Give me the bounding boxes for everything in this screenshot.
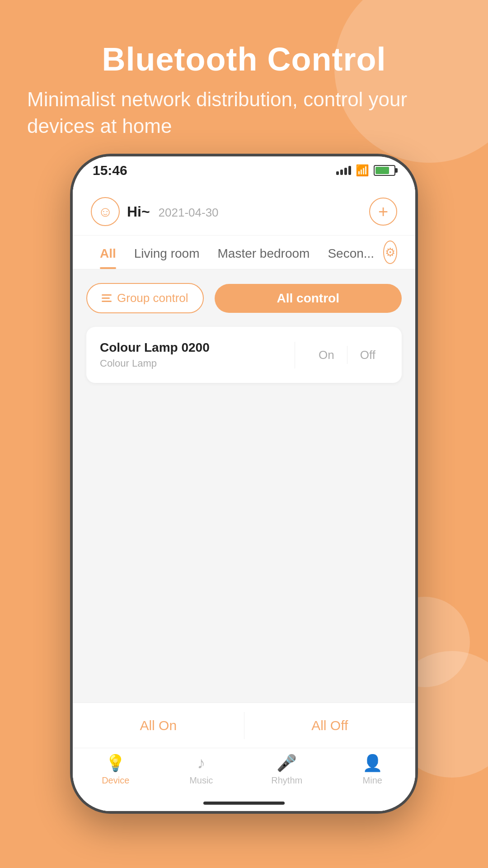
add-device-button[interactable]: +: [369, 198, 397, 226]
content-spacer: [73, 387, 415, 703]
rhythm-nav-label: Rhythm: [271, 775, 302, 786]
avatar[interactable]: ☺: [91, 197, 120, 226]
bottom-controls: All On All Off: [73, 703, 415, 748]
page-subtitle: Minimalist network distribution, control…: [27, 86, 461, 140]
avatar-area: ☺ Hi~ 2021-04-30: [91, 197, 219, 226]
nav-item-music[interactable]: ♪ Music: [159, 754, 244, 786]
app-header: ☺ Hi~ 2021-04-30 +: [73, 184, 415, 236]
header-section: Bluetooth Control Minimalist network dis…: [27, 41, 461, 140]
all-off-button[interactable]: All Off: [244, 703, 416, 748]
greeting-text: Hi~ 2021-04-30: [127, 203, 219, 220]
tab-living-room[interactable]: Living room: [125, 236, 209, 269]
status-bar: 15:46 📶: [73, 156, 415, 184]
nav-bar: 💡 Device ♪ Music 🎤 Rhythm 👤 Mine: [73, 748, 415, 795]
main-content: Group control All control Colour Lamp 02…: [73, 269, 415, 703]
mine-nav-icon: 👤: [362, 754, 383, 773]
device-controls: On Off: [295, 342, 388, 368]
battery-icon: [374, 165, 395, 176]
greeting-area: Hi~ 2021-04-30: [127, 203, 219, 220]
nav-item-mine[interactable]: 👤 Mine: [330, 754, 416, 786]
all-control-button[interactable]: All control: [215, 284, 402, 313]
tab-all[interactable]: All: [91, 236, 125, 269]
all-on-button[interactable]: All On: [73, 703, 244, 748]
group-control-button[interactable]: Group control: [86, 283, 204, 313]
group-control-label: Group control: [117, 291, 188, 305]
home-indicator: [73, 795, 415, 811]
device-nav-label: Device: [102, 775, 129, 786]
device-info: Colour Lamp 0200 Colour Lamp: [100, 340, 295, 369]
wifi-icon: 📶: [356, 164, 369, 177]
mine-nav-label: Mine: [363, 775, 382, 786]
device-nav-icon: 💡: [105, 754, 126, 773]
tab-master-bedroom[interactable]: Master bedroom: [209, 236, 319, 269]
device-on-button[interactable]: On: [306, 342, 347, 368]
music-nav-icon: ♪: [197, 754, 205, 773]
control-row: Group control All control: [73, 269, 415, 322]
device-card: Colour Lamp 0200 Colour Lamp On Off: [86, 327, 402, 383]
music-nav-label: Music: [189, 775, 213, 786]
phone-screen: 15:46 📶 ☺: [73, 156, 415, 811]
tabs-settings-button[interactable]: ⚙: [383, 241, 397, 264]
device-type: Colour Lamp: [100, 358, 295, 369]
app-content: ☺ Hi~ 2021-04-30 + All Living room Maste…: [73, 184, 415, 811]
list-icon: [102, 294, 112, 302]
signal-icon: [336, 166, 351, 175]
status-time: 15:46: [93, 163, 127, 178]
page-title: Bluetooth Control: [27, 41, 461, 78]
date-text: 2021-04-30: [159, 206, 219, 219]
device-name: Colour Lamp 0200: [100, 340, 295, 355]
home-bar: [203, 802, 285, 805]
nav-item-device[interactable]: 💡 Device: [73, 754, 159, 786]
device-off-button[interactable]: Off: [347, 342, 388, 368]
status-icons: 📶: [336, 164, 395, 177]
rhythm-nav-icon: 🎤: [277, 754, 297, 773]
tabs-row: All Living room Master bedroom Secon... …: [73, 236, 415, 269]
tab-second[interactable]: Secon...: [319, 236, 383, 269]
nav-item-rhythm[interactable]: 🎤 Rhythm: [244, 754, 330, 786]
phone-frame: 15:46 📶 ☺: [70, 154, 418, 814]
